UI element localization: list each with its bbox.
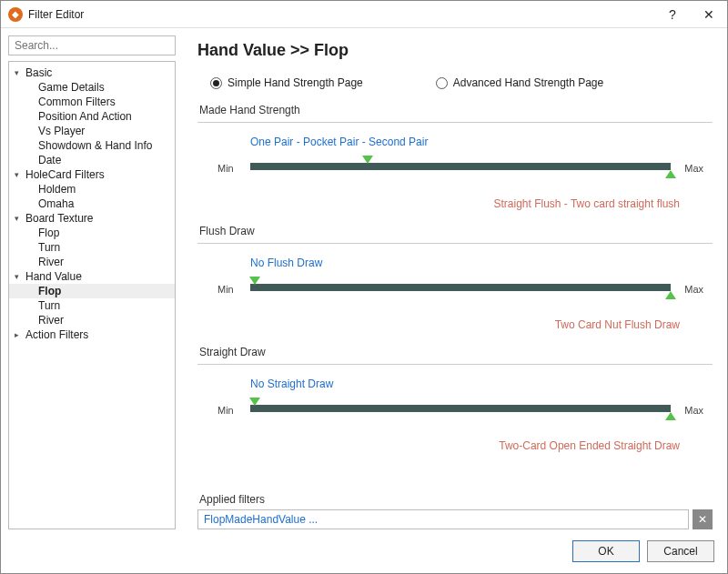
tree-showdown[interactable]: Showdown & Hand Info xyxy=(9,138,175,153)
window-title: Filter Editor xyxy=(28,8,654,21)
radio-advanced-label: Advanced Hand Strength Page xyxy=(453,76,603,89)
tree-hv-river[interactable]: River xyxy=(9,313,175,327)
applied-filters-area: Applied filters ✕ xyxy=(197,486,713,529)
tree-basic[interactable]: Basic xyxy=(9,65,175,80)
tree-game-details[interactable]: Game Details xyxy=(9,80,175,95)
slider-track[interactable] xyxy=(250,284,671,291)
applied-filters-input[interactable] xyxy=(197,509,689,529)
slider-flush-high-handle[interactable] xyxy=(665,291,676,299)
slider-straight-high-label: Two-Card Open Ended Straight Draw xyxy=(499,439,680,452)
tree-board[interactable]: Board Texture xyxy=(9,211,175,226)
page-title: Hand Value >> Flop xyxy=(197,41,713,60)
group-made-hand: Made Hand Strength One Pair - Pocket Pai… xyxy=(197,102,713,216)
tree-holdem[interactable]: Holdem xyxy=(9,182,175,196)
main-panel: Hand Value >> Flop Simple Hand Strength … xyxy=(183,28,727,537)
slider-made-high-handle[interactable] xyxy=(665,170,676,178)
group-made-title: Made Hand Strength xyxy=(197,102,713,122)
min-label: Min xyxy=(217,284,234,295)
divider xyxy=(197,122,713,123)
clear-filters-button[interactable]: ✕ xyxy=(693,509,713,529)
slider-straight[interactable]: No Straight Draw Min Max Two-Card Open E… xyxy=(197,378,713,458)
group-flush-draw: Flush Draw No Flush Draw Min Max Two Car… xyxy=(197,223,713,337)
divider xyxy=(197,243,713,244)
slider-flush[interactable]: No Flush Draw Min Max Two Card Nut Flush… xyxy=(197,257,713,337)
body: Basic Game Details Common Filters Positi… xyxy=(1,28,727,537)
search-input[interactable] xyxy=(8,35,176,55)
nav-tree: Basic Game Details Common Filters Positi… xyxy=(8,61,176,529)
divider xyxy=(197,364,713,365)
slider-flush-low-handle[interactable] xyxy=(249,277,260,285)
radio-dot-icon xyxy=(436,77,448,89)
tree-vs-player[interactable]: Vs Player xyxy=(9,124,175,138)
slider-straight-low-handle[interactable] xyxy=(249,398,260,406)
group-straight-title: Straight Draw xyxy=(197,344,713,364)
radio-simple-label: Simple Hand Strength Page xyxy=(228,76,363,89)
slider-straight-high-handle[interactable] xyxy=(665,412,676,420)
radio-advanced[interactable]: Advanced Hand Strength Page xyxy=(436,76,603,89)
app-icon: ◆ xyxy=(8,7,23,22)
slider-track[interactable] xyxy=(250,163,671,170)
filter-editor-window: ◆ Filter Editor ? ✕ Basic Game Details C… xyxy=(0,0,728,574)
close-icon: ✕ xyxy=(698,513,707,526)
slider-made-high-label: Straight Flush - Two card straight flush xyxy=(493,197,680,210)
max-label: Max xyxy=(684,163,703,174)
cancel-button[interactable]: Cancel xyxy=(647,540,714,562)
sidebar: Basic Game Details Common Filters Positi… xyxy=(1,28,183,537)
slider-made[interactable]: One Pair - Pocket Pair - Second Pair Min… xyxy=(197,136,713,216)
ok-button[interactable]: OK xyxy=(572,540,640,562)
min-label: Min xyxy=(217,405,234,416)
slider-straight-low-label: No Straight Draw xyxy=(250,378,333,390)
tree-omaha[interactable]: Omaha xyxy=(9,196,175,211)
slider-track[interactable] xyxy=(250,405,671,412)
page-mode-radios: Simple Hand Strength Page Advanced Hand … xyxy=(197,76,713,89)
help-button[interactable]: ? xyxy=(654,1,691,28)
slider-made-low-label: One Pair - Pocket Pair - Second Pair xyxy=(250,136,428,148)
group-flush-title: Flush Draw xyxy=(197,223,713,243)
radio-simple[interactable]: Simple Hand Strength Page xyxy=(210,76,363,89)
radio-dot-icon xyxy=(210,77,222,89)
tree-date[interactable]: Date xyxy=(9,153,175,167)
min-label: Min xyxy=(217,163,234,174)
group-straight-draw: Straight Draw No Straight Draw Min Max T… xyxy=(197,344,713,458)
tree-hv-flop[interactable]: Flop xyxy=(9,284,175,298)
tree-action-filters[interactable]: Action Filters xyxy=(9,327,175,342)
tree-board-flop[interactable]: Flop xyxy=(9,226,175,240)
max-label: Max xyxy=(684,405,703,416)
titlebar: ◆ Filter Editor ? ✕ xyxy=(1,1,727,28)
slider-flush-high-label: Two Card Nut Flush Draw xyxy=(555,318,680,331)
footer: OK Cancel xyxy=(1,537,727,573)
tree-board-river[interactable]: River xyxy=(9,255,175,269)
max-label: Max xyxy=(684,284,703,295)
applied-filters-label: Applied filters xyxy=(199,493,713,506)
tree-handvalue[interactable]: Hand Value xyxy=(9,269,175,284)
slider-flush-low-label: No Flush Draw xyxy=(250,257,322,269)
close-button[interactable]: ✕ xyxy=(691,1,727,28)
tree-common-filters[interactable]: Common Filters xyxy=(9,95,175,109)
slider-made-low-handle[interactable] xyxy=(362,156,373,164)
tree-position-action[interactable]: Position And Action xyxy=(9,109,175,124)
tree-holecard[interactable]: HoleCard Filters xyxy=(9,167,175,182)
tree-board-turn[interactable]: Turn xyxy=(9,240,175,255)
tree-hv-turn[interactable]: Turn xyxy=(9,298,175,313)
